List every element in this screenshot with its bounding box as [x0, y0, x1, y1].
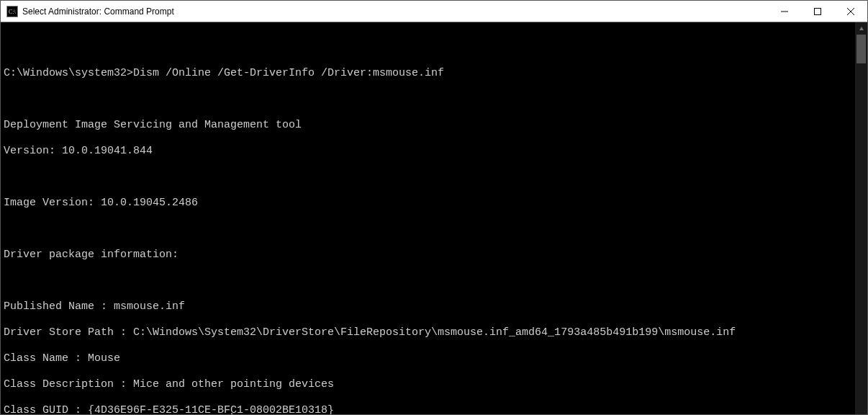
- tool-title-line: Deployment Image Servicing and Managemen…: [4, 119, 855, 132]
- blank-line: [4, 223, 855, 236]
- window-title: Select Administrator: Command Prompt: [22, 6, 174, 17]
- class-guid-line: Class GUID : {4D36E96F-E325-11CE-BFC1-08…: [4, 404, 855, 414]
- console-output[interactable]: C:\Windows\system32>Dism /Online /Get-Dr…: [1, 22, 855, 414]
- blank-line: [4, 275, 855, 287]
- titlebar[interactable]: C:\ Select Administrator: Command Prompt: [1, 1, 867, 22]
- driver-store-path-line: Driver Store Path : C:\Windows\System32\…: [4, 326, 855, 339]
- minimize-button[interactable]: [768, 1, 801, 22]
- svg-rect-3: [815, 8, 821, 14]
- app-icon: C:\: [6, 6, 18, 17]
- class-name-line: Class Name : Mouse: [4, 352, 855, 365]
- maximize-button[interactable]: [801, 1, 834, 22]
- class-description-line: Class Description : Mice and other point…: [4, 378, 855, 391]
- vertical-scrollbar[interactable]: [855, 22, 867, 414]
- close-button[interactable]: [834, 1, 867, 22]
- blank-line: [4, 41, 855, 54]
- version-line: Version: 10.0.19041.844: [4, 145, 855, 158]
- window-controls: [768, 1, 867, 22]
- scrollbar-thumb[interactable]: [856, 35, 866, 63]
- prompt-command: Dism /Online /Get-DriverInfo /Driver:msm…: [133, 67, 444, 79]
- blank-line: [4, 171, 855, 184]
- scroll-up-arrow-icon[interactable]: [855, 22, 867, 35]
- section-header-line: Driver package information:: [4, 249, 855, 262]
- svg-text:C:\: C:\: [9, 9, 17, 15]
- prompt-line: C:\Windows\system32>Dism /Online /Get-Dr…: [4, 67, 855, 80]
- image-version-line: Image Version: 10.0.19045.2486: [4, 197, 855, 210]
- blank-line: [4, 93, 855, 106]
- prompt-path: C:\Windows\system32>: [4, 67, 133, 79]
- published-name-line: Published Name : msmouse.inf: [4, 300, 855, 313]
